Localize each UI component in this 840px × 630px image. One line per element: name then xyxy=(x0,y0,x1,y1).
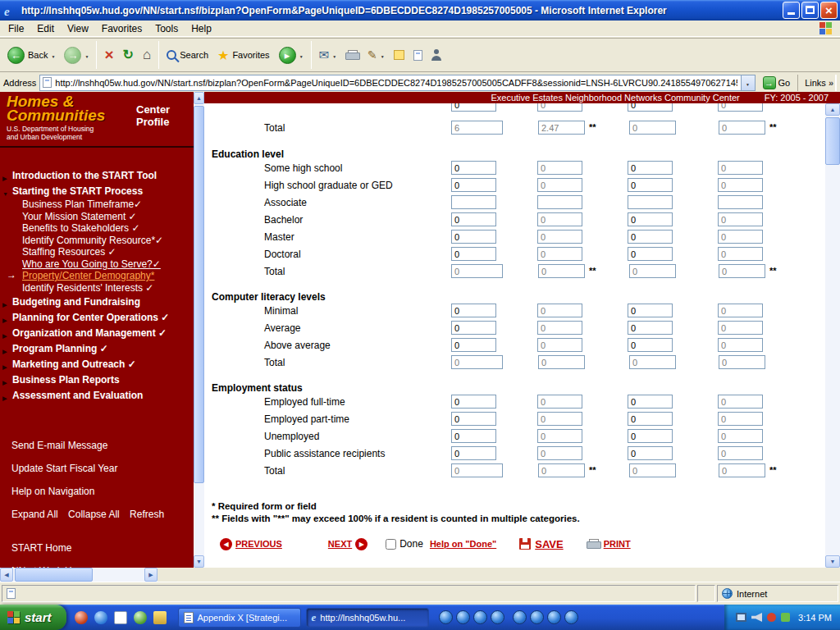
link-expand-all[interactable]: Expand All xyxy=(11,509,58,520)
total-col3[interactable] xyxy=(629,121,676,135)
menu-file[interactable]: File xyxy=(2,21,30,36)
input-col2[interactable] xyxy=(537,446,582,460)
search-button[interactable]: Search xyxy=(162,40,212,70)
input-col4[interactable] xyxy=(718,395,763,409)
taskbar-round-icon[interactable] xyxy=(513,610,527,624)
taskbar-round-icon[interactable] xyxy=(456,610,470,624)
total-col3[interactable] xyxy=(629,264,676,278)
input-col3[interactable] xyxy=(628,161,673,175)
scroll-right-button[interactable]: ▶ xyxy=(144,568,158,582)
sidebar-item-assessment-evaluation[interactable]: Assessment and Evaluation xyxy=(0,387,194,403)
sidebar-item-program-planning[interactable]: Program Planning ✓ xyxy=(0,340,194,356)
input-col3[interactable] xyxy=(628,247,673,261)
input-col3[interactable] xyxy=(628,304,673,317)
taskbar-window-appendix[interactable]: Appendix X [Strategi... xyxy=(178,608,301,628)
scroll-up-button[interactable]: ▲ xyxy=(194,92,204,104)
total-col4[interactable] xyxy=(719,355,765,369)
address-dropdown-button[interactable] xyxy=(741,75,755,90)
help-on-done-link[interactable]: Help on "Done" xyxy=(430,539,496,549)
sidebar-item-community-resource[interactable]: Identify Community Resource*✓ xyxy=(0,235,194,247)
sidebar-item-organization-management[interactable]: Organization and Management ✓ xyxy=(0,325,194,340)
taskbar-round-icon[interactable] xyxy=(439,610,453,624)
input-col3[interactable] xyxy=(628,195,673,209)
input-col3[interactable] xyxy=(628,230,673,244)
scroll-thumb[interactable] xyxy=(15,568,93,582)
input-col2[interactable] xyxy=(537,212,582,226)
sidebar-item-introduction[interactable]: Introduction to the START Tool xyxy=(0,167,194,183)
start-button[interactable]: start xyxy=(0,605,66,630)
input-col1[interactable] xyxy=(451,230,496,244)
sidebar-item-who-to-serve[interactable]: Who are You Going to Serve?✓ xyxy=(0,258,194,271)
total-col1[interactable] xyxy=(451,121,503,135)
research-button[interactable] xyxy=(409,40,427,70)
input-col4[interactable] xyxy=(718,178,763,192)
input-col3[interactable] xyxy=(628,429,673,443)
link-refresh[interactable]: Refresh xyxy=(130,509,164,520)
input-col3[interactable] xyxy=(628,446,673,460)
total-col2[interactable] xyxy=(538,463,585,477)
display-tray-icon[interactable] xyxy=(736,613,746,622)
sidebar-item-business-plan-timeframe[interactable]: Business Plan Timeframe✓ xyxy=(0,199,194,211)
media-button[interactable] xyxy=(275,40,308,70)
total-col1[interactable] xyxy=(451,355,503,369)
scroll-track[interactable] xyxy=(13,568,144,582)
input-col1[interactable] xyxy=(451,103,496,112)
input-col4[interactable] xyxy=(718,338,763,352)
close-button[interactable] xyxy=(820,2,838,19)
menu-tools[interactable]: Tools xyxy=(148,21,185,36)
quick-launch-icon[interactable] xyxy=(134,611,147,624)
stop-button[interactable] xyxy=(100,40,117,70)
input-col1[interactable] xyxy=(451,195,496,209)
go-button[interactable]: Go xyxy=(759,75,795,91)
quick-launch-icon[interactable] xyxy=(114,611,127,624)
total-col1[interactable] xyxy=(451,463,503,477)
sidebar-item-mission-statement[interactable]: Your Mission Statement ✓ xyxy=(0,211,194,223)
taskbar-window-browser[interactable]: http://lnshhq05w.hu... xyxy=(306,608,429,628)
input-col1[interactable] xyxy=(451,429,496,443)
sidebar-item-property-center-demography[interactable]: Property/Center Demography* xyxy=(0,270,194,282)
input-col4[interactable] xyxy=(718,429,763,443)
back-button[interactable]: Back xyxy=(3,40,59,70)
address-input[interactable]: http://lnshhq05w.hud.gov/NN/start.nsf/bi… xyxy=(39,75,755,91)
menu-view[interactable]: View xyxy=(61,21,95,36)
input-col1[interactable] xyxy=(451,321,496,335)
taskbar-round-icon[interactable] xyxy=(547,610,561,624)
previous-button[interactable]: PREVIOUS xyxy=(235,539,282,549)
input-col1[interactable] xyxy=(451,178,496,192)
input-col1[interactable] xyxy=(451,338,496,352)
input-col3[interactable] xyxy=(628,395,673,409)
input-col2[interactable] xyxy=(537,161,582,175)
mail-button[interactable] xyxy=(315,40,341,70)
done-checkbox[interactable] xyxy=(386,539,396,550)
quick-launch-icon[interactable] xyxy=(94,611,107,624)
link-help-navigation[interactable]: Help on Navigation xyxy=(0,486,194,497)
sidebar-item-starting-process[interactable]: Starting the START Process xyxy=(0,183,194,199)
total-col2[interactable] xyxy=(538,355,585,369)
input-col1[interactable] xyxy=(451,446,496,460)
input-col4[interactable] xyxy=(718,412,763,426)
sidebar-item-center-operations[interactable]: Planning for Center Operations ✓ xyxy=(0,309,194,325)
total-col3[interactable] xyxy=(629,355,676,369)
input-col4[interactable] xyxy=(718,446,763,460)
taskbar-round-icon[interactable] xyxy=(491,610,504,624)
quick-launch-icon[interactable] xyxy=(153,611,167,624)
alert-tray-icon[interactable] xyxy=(767,613,776,622)
input-col4[interactable] xyxy=(718,321,763,335)
menu-favorites[interactable]: Favorites xyxy=(95,21,148,36)
restore-button[interactable] xyxy=(801,2,819,19)
menu-edit[interactable]: Edit xyxy=(30,21,61,36)
scroll-thumb[interactable] xyxy=(825,117,840,165)
input-col1[interactable] xyxy=(451,247,496,261)
edit-button[interactable] xyxy=(363,40,389,70)
sidebar-scrollbar[interactable]: ▲ ▼ xyxy=(194,92,204,568)
input-col2[interactable] xyxy=(537,321,582,335)
taskbar-round-icon[interactable] xyxy=(530,610,544,624)
forward-button[interactable] xyxy=(60,40,93,70)
input-col4[interactable] xyxy=(718,195,763,209)
sidebar-item-residents-interests[interactable]: Identify Residents' Interests ✓ xyxy=(0,282,194,294)
link-start-home[interactable]: START Home xyxy=(0,543,194,554)
input-col2[interactable] xyxy=(537,429,582,443)
total-col2[interactable] xyxy=(538,121,585,135)
input-col1[interactable] xyxy=(451,412,496,426)
input-col1[interactable] xyxy=(451,304,496,317)
